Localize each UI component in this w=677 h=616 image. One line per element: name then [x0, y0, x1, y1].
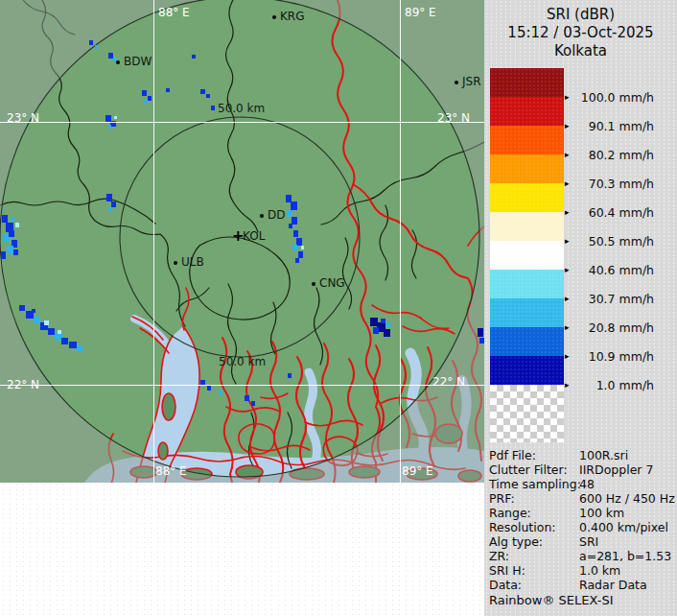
scale-band	[490, 212, 564, 241]
city-marker	[116, 60, 120, 64]
scale-tick-arrow-icon: ▸	[565, 178, 570, 188]
metadata-value: 1.0 km	[579, 563, 620, 578]
city-marker	[455, 81, 458, 84]
scale-label: ▸90.1mm/h	[565, 118, 674, 133]
software-credit: Rainbow® SELEX-SI	[489, 593, 614, 607]
scale-value: 90.1	[572, 119, 616, 133]
scale-label: ▸60.4mm/h	[565, 204, 674, 220]
grid-coordinate-label: 23° N	[437, 112, 470, 125]
scale-unit: mm/h	[619, 292, 655, 306]
scale-band	[490, 270, 564, 298]
metadata-value: SRI	[579, 534, 598, 549]
metadata-label: Clutter Filter:	[489, 462, 568, 477]
grid-coordinate-label: 89° E	[405, 7, 436, 19]
scale-label: ▸10.9mm/h	[565, 348, 674, 364]
scale-unit: mm/h	[619, 205, 655, 220]
metadata-label: Data:	[489, 578, 522, 592]
scale-band	[490, 126, 564, 154]
map-label-layer: 88° E89° E23° N23° N22° N22° N88° E89° E…	[0, 0, 484, 483]
panel-header: SRI (dBR) 15:12 / 03-Oct-2025 Kolkata	[484, 6, 677, 60]
metadata-label: PRF:	[489, 491, 515, 506]
scale-label: ▸20.8mm/h	[565, 320, 674, 335]
scale-label: ▸30.7mm/h	[565, 291, 674, 306]
metadata-value: 0.400 km/pixel	[579, 520, 668, 534]
metadata-label: Alg type:	[489, 534, 543, 549]
bottom-margin	[0, 483, 484, 616]
scale-tick-arrow-icon: ▸	[565, 380, 570, 390]
metadata-row: Data:Radar Data	[489, 578, 675, 592]
scale-value: 50.5	[572, 234, 616, 249]
scale-label: ▸70.3mm/h	[565, 176, 674, 191]
scale-unit: mm/h	[619, 90, 655, 105]
scale-value: 20.8	[572, 320, 616, 335]
scale-tick-arrow-icon: ▸	[565, 236, 570, 246]
metadata-value: 100 km	[579, 506, 624, 520]
scale-unit: mm/h	[619, 119, 655, 133]
scale-band	[490, 356, 564, 385]
city-marker	[174, 261, 177, 265]
scale-band	[490, 97, 564, 126]
scale-value: 70.3	[572, 177, 616, 191]
scale-value: 30.7	[572, 292, 616, 306]
scale-band-empty	[490, 385, 564, 442]
grid-coordinate-label: 22° N	[432, 376, 465, 389]
city-label: CNG	[319, 277, 345, 290]
metadata-row: Range:100 km	[489, 506, 675, 520]
metadata-value: 48	[579, 477, 595, 491]
scale-value: 40.6	[572, 263, 616, 277]
metadata-value: IIRDoppler 7	[579, 462, 653, 477]
scale-label: ▸1.0mm/h	[565, 377, 674, 392]
radar-viewer-window: 88° E89° E23° N23° N22° N22° N88° E89° E…	[0, 0, 677, 616]
range-ring-label: 50.0 km	[219, 356, 266, 368]
metadata-label: Range:	[489, 506, 531, 520]
range-ring-label: 50.0 km	[218, 103, 265, 115]
scale-unit: mm/h	[619, 148, 655, 162]
scale-label: ▸100.0mm/h	[565, 89, 674, 105]
scale-value: 10.9	[572, 349, 616, 364]
city-label: DD	[268, 209, 285, 222]
metadata-row: ZR:a=281, b=1.53	[489, 549, 675, 563]
scale-value: 1.0	[572, 378, 616, 392]
timestamp: 15:12 / 03-Oct-2025	[484, 24, 677, 42]
city-marker	[312, 282, 315, 286]
metadata-label: SRI H:	[489, 563, 525, 578]
metadata-value: 600 Hz / 450 Hz	[579, 491, 675, 506]
city-marker	[272, 15, 276, 19]
scale-band	[490, 327, 564, 356]
scale-value: 60.4	[572, 205, 616, 220]
radar-map: 88° E89° E23° N23° N22° N22° N88° E89° E…	[0, 0, 484, 483]
scale-label: ▸40.6mm/h	[565, 262, 674, 277]
scale-band	[490, 183, 564, 212]
metadata-label: Resolution:	[489, 520, 556, 534]
scale-value: 100.0	[572, 90, 616, 105]
scale-band	[490, 154, 564, 183]
scale-tick-arrow-icon: ▸	[565, 207, 570, 217]
grid-coordinate-label: 23° N	[7, 112, 39, 125]
metadata-label: ZR:	[489, 549, 509, 563]
scale-unit: mm/h	[619, 378, 655, 392]
metadata-value: Radar Data	[579, 578, 647, 592]
city-label: ULB	[181, 256, 204, 269]
scale-unit: mm/h	[619, 177, 655, 191]
metadata-label: Pdf File:	[489, 448, 536, 462]
metadata-row: Alg type:SRI	[489, 534, 675, 549]
scale-tick-arrow-icon: ▸	[565, 294, 570, 303]
city-label: KRG	[280, 11, 305, 23]
metadata-row: Pdf File:100R.sri	[489, 448, 675, 462]
metadata-row: Clutter Filter:IIRDoppler 7	[489, 462, 675, 477]
scale-tick-arrow-icon: ▸	[565, 150, 570, 159]
grid-coordinate-label: 22° N	[7, 379, 39, 391]
scale-unit: mm/h	[619, 263, 655, 277]
city-marker	[260, 214, 264, 218]
grid-coordinate-label: 88° E	[158, 7, 190, 19]
scale-tick-arrow-icon: ▸	[565, 121, 570, 130]
city-label: KOL	[243, 230, 265, 243]
scale-unit: mm/h	[619, 320, 655, 335]
scale-tick-arrow-icon: ▸	[565, 265, 570, 274]
scale-band	[490, 68, 564, 97]
city-label: JSR	[462, 76, 481, 88]
scale-tick-arrow-icon: ▸	[565, 322, 570, 332]
scale-label: ▸50.5mm/h	[565, 233, 674, 249]
metadata-row: SRI H:1.0 km	[489, 563, 675, 578]
metadata-value: 100R.sri	[579, 448, 628, 462]
